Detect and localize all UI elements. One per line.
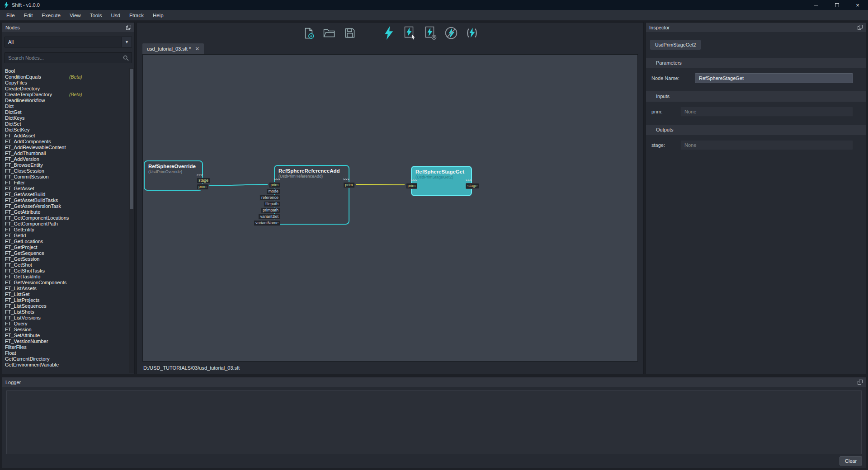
- menu-help[interactable]: Help: [148, 11, 168, 20]
- node-list-item-ft_getsequence[interactable]: FT_GetSequence: [2, 250, 128, 256]
- node-list-item-ft_getcomponentpath[interactable]: FT_GetComponentPath: [2, 221, 128, 227]
- node-list-item-dictsetkey[interactable]: DictSetKey: [2, 127, 128, 133]
- node-list-item-dictget[interactable]: DictGet: [2, 109, 128, 115]
- input-port-primpath[interactable]: primpath: [261, 207, 280, 213]
- node-list-item-ft_getversioncomponents[interactable]: FT_GetVersionComponents: [2, 280, 128, 286]
- logger-output[interactable]: [6, 390, 862, 454]
- menu-file[interactable]: File: [2, 11, 19, 20]
- port-collapse-marker[interactable]: >>>: [343, 178, 349, 182]
- input-port-filepath[interactable]: filepath: [264, 201, 280, 207]
- node-list-item-ft_addasset[interactable]: FT_AddAsset: [2, 133, 128, 139]
- execute-button[interactable]: [382, 25, 396, 41]
- node-list-item-getenvironmentvariable[interactable]: GetEnvironmentVariable: [2, 362, 128, 368]
- node-list-item-ft_getshot[interactable]: FT_GetShot: [2, 262, 128, 268]
- port-collapse-marker[interactable]: >>>: [197, 173, 203, 177]
- node-list-item-ft_listget[interactable]: FT_ListGet: [2, 291, 128, 297]
- save-scene-button[interactable]: [343, 25, 357, 41]
- tab-close-icon[interactable]: ✕: [195, 46, 199, 52]
- undock-inspector-icon[interactable]: [858, 25, 863, 30]
- port-collapse-marker[interactable]: >>>: [411, 179, 417, 183]
- node-list-item-ft_getattribute[interactable]: FT_GetAttribute: [2, 209, 128, 215]
- node-list-item-bool[interactable]: Bool: [2, 68, 128, 74]
- node-list-item-ft_getassetbuildtasks[interactable]: FT_GetAssetBuildTasks: [2, 197, 128, 203]
- node-list-item-ft_addthumbnail[interactable]: FT_AddThumbnail: [2, 150, 128, 156]
- node-list-item-ft_getcomponentlocations[interactable]: FT_GetComponentLocations: [2, 215, 128, 221]
- node-list-item-ft_getshottasks[interactable]: FT_GetShotTasks: [2, 268, 128, 274]
- node-list-item-ft_getlocations[interactable]: FT_GetLocations: [2, 239, 128, 244]
- node-list-item-ft_commitsession[interactable]: FT_CommitSession: [2, 174, 128, 180]
- node-list-item-ft_listshots[interactable]: FT_ListShots: [2, 309, 128, 315]
- node-list-item-ft_gettaskinfo[interactable]: FT_GetTaskInfo: [2, 274, 128, 280]
- node-list-item-ft_getid[interactable]: FT_GetId: [2, 233, 128, 239]
- node-list-scrollbar[interactable]: [129, 68, 134, 373]
- port-collapse-marker[interactable]: >>>: [274, 178, 280, 182]
- minimize-button[interactable]: [806, 0, 826, 10]
- open-scene-button[interactable]: [322, 25, 336, 41]
- node-list-item-ft_versionnumber[interactable]: FT_VersionNumber: [2, 338, 128, 344]
- node-list-item-deadlineworkflow[interactable]: DeadlineWorkflow: [2, 98, 128, 103]
- search-input[interactable]: [5, 55, 120, 61]
- node-list-item-ft_listprojects[interactable]: FT_ListProjects: [2, 297, 128, 303]
- input-port-prim[interactable]: prim: [269, 182, 281, 188]
- graph-node-refsphereoverride[interactable]: RefSphereOverride(UsdPrimOverride)>>>sta…: [144, 160, 203, 191]
- graph-node-refspherereferenceadd[interactable]: RefSphereReferenceAdd(UsdPrimReferenceAd…: [274, 165, 349, 225]
- graph-canvas[interactable]: RefSphereOverride(UsdPrimOverride)>>>sta…: [142, 54, 638, 362]
- node-list-item-float[interactable]: Float: [2, 350, 128, 356]
- node-list-item-ft_listversions[interactable]: FT_ListVersions: [2, 315, 128, 321]
- node-list-item-dictset[interactable]: DictSet: [2, 121, 128, 127]
- node-list-item-ft_listassets[interactable]: FT_ListAssets: [2, 286, 128, 291]
- node-list-item-ft_getproject[interactable]: FT_GetProject: [2, 244, 128, 250]
- execute-live-button[interactable]: [465, 25, 479, 41]
- output-port-stage[interactable]: stage: [466, 183, 479, 189]
- node-list-item-createtempdirectory[interactable]: CreateTempDirectory(Beta): [2, 92, 128, 98]
- node-list-item-ft_addreviewablecontent[interactable]: FT_AddReviewableContent: [2, 145, 128, 150]
- output-port-stage[interactable]: stage: [197, 178, 210, 183]
- output-port-prim[interactable]: prim: [343, 182, 355, 188]
- node-list-item-ft_listsequences[interactable]: FT_ListSequences: [2, 303, 128, 309]
- execute-selected-button[interactable]: [402, 25, 417, 41]
- menu-view[interactable]: View: [65, 11, 85, 20]
- node-type-badge[interactable]: UsdPrimStageGet2: [650, 40, 701, 50]
- node-list-item-ft_query[interactable]: FT_Query: [2, 321, 128, 327]
- node-list-item-ft_getsession[interactable]: FT_GetSession: [2, 256, 128, 262]
- wire-referenceadd-to-stageget[interactable]: [356, 184, 405, 185]
- menu-edit[interactable]: Edit: [19, 11, 38, 20]
- input-port-mode[interactable]: mode: [266, 188, 280, 194]
- node-list-item-dict[interactable]: Dict: [2, 103, 128, 109]
- input-port-variantName[interactable]: variantName: [254, 220, 280, 226]
- node-list-item-ft_setattribute[interactable]: FT_SetAttribute: [2, 333, 128, 338]
- undock-logger-icon[interactable]: [858, 380, 863, 385]
- node-list-item-filterfiles[interactable]: FilterFiles: [2, 344, 128, 350]
- node-list-item-ft_session[interactable]: FT_Session: [2, 327, 128, 333]
- input-port-prim[interactable]: prim: [406, 183, 418, 189]
- node-category-dropdown[interactable]: All ▼: [5, 37, 132, 47]
- clear-logger-button[interactable]: Clear: [840, 456, 862, 465]
- execute-disabled-button[interactable]: [444, 25, 458, 41]
- node-list-item-ft_getassetversiontask[interactable]: FT_GetAssetVersionTask: [2, 203, 128, 209]
- node-list-item-ft_getassetbuild[interactable]: FT_GetAssetBuild: [2, 192, 128, 197]
- menu-usd[interactable]: Usd: [107, 11, 125, 20]
- node-list-item-createdirectory[interactable]: CreateDirectory: [2, 86, 128, 92]
- output-port-prim[interactable]: prim: [197, 184, 208, 190]
- graph-node-refspherestageget[interactable]: RefSphereStageGet(UsdPrimStageGet2)>>>pr…: [411, 166, 472, 196]
- node-list-item-getcurrentdirectory[interactable]: GetCurrentDirectory: [2, 356, 128, 362]
- node-name-input[interactable]: [695, 73, 853, 83]
- node-list-item-conditionequals[interactable]: ConditionEquals(Beta): [2, 74, 128, 80]
- node-list-item-ft_browseentity[interactable]: FT_BrowseEntity: [2, 162, 128, 168]
- scrollbar-thumb[interactable]: [130, 69, 133, 209]
- menu-ftrack[interactable]: Ftrack: [125, 11, 148, 20]
- node-list-item-ft_getasset[interactable]: FT_GetAsset: [2, 186, 128, 192]
- node-list-item-ft_addcomponents[interactable]: FT_AddComponents: [2, 139, 128, 145]
- undock-nodes-icon[interactable]: [126, 25, 131, 30]
- tab-usd-tutorial-03[interactable]: usd_tutorial_03.sft * ✕: [142, 43, 204, 54]
- node-list-item-ft_filter[interactable]: FT_Filter: [2, 180, 128, 186]
- node-list-item-ft_closesession[interactable]: FT_CloseSession: [2, 168, 128, 174]
- execute-stop-button[interactable]: [423, 25, 438, 41]
- new-scene-button[interactable]: [301, 25, 316, 41]
- port-collapse-marker[interactable]: >>>: [466, 179, 472, 183]
- menu-tools[interactable]: Tools: [85, 11, 107, 20]
- maximize-button[interactable]: [826, 0, 847, 10]
- input-port-reference[interactable]: reference: [259, 195, 280, 201]
- close-button[interactable]: ×: [847, 0, 868, 10]
- node-list-item-ft_getentity[interactable]: FT_GetEntity: [2, 227, 128, 233]
